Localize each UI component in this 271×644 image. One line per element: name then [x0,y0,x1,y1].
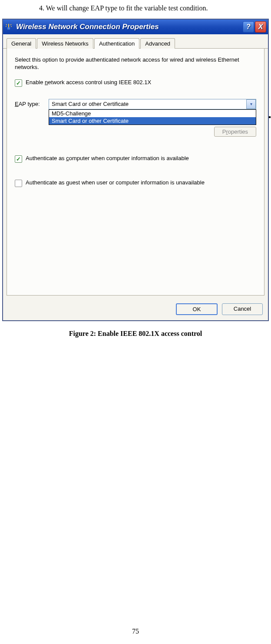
auth-as-guest-label: Authenticate as guest when user or compu… [26,179,205,186]
tab-wireless-networks[interactable]: Wireless Networks [37,38,93,49]
enable-8021x-checkbox[interactable] [15,79,22,87]
auth-as-guest-checkbox[interactable] [15,180,22,187]
figure-caption: Figure 2: Enable IEEE 802.1X access cont… [0,330,271,338]
panel-description: Select this option to provide authentica… [15,56,256,71]
svg-rect-0 [8,24,9,27]
dialog-window: Wireless Network Connection Properties ?… [2,19,269,321]
tab-general[interactable]: General [7,38,36,49]
eap-type-combobox[interactable]: Smart Card or other Certificate ▾ [49,99,256,109]
dropdown-item-md5[interactable]: MD5-Challenge [49,110,256,117]
tab-authentication[interactable]: Authentication [94,38,139,49]
auth-as-computer-label: Authenticate as computer when computer i… [26,155,189,161]
auth-as-computer-checkbox[interactable] [15,155,22,163]
eap-type-value: Smart Card or other Certificate [49,101,246,107]
wireless-icon [5,23,13,31]
window-title: Wireless Network Connection Properties [16,23,159,31]
titlebar[interactable]: Wireless Network Connection Properties ?… [3,20,268,34]
tab-strip: General Wireless Networks Authentication… [3,34,268,49]
ok-button[interactable]: OK [176,303,218,315]
authentication-panel: Select this option to provide authentica… [7,49,264,296]
enable-8021x-label: Enable network access control using IEEE… [26,79,151,85]
eap-type-dropdown: MD5-Challenge Smart Card or other Certif… [49,109,256,125]
properties-button[interactable]: Properties [214,127,256,137]
chevron-down-icon[interactable]: ▾ [246,99,256,109]
close-button[interactable]: X [255,21,266,33]
svg-rect-1 [7,27,10,30]
dialog-body: General Wireless Networks Authentication… [3,34,268,320]
eap-type-label: EAP type: [15,99,49,107]
dropdown-item-smartcard[interactable]: Smart Card or other Certificate [49,117,256,125]
tab-advanced[interactable]: Advanced [140,38,175,49]
help-button[interactable]: ? [243,21,254,33]
marker-dot [269,116,271,118]
cancel-button[interactable]: Cancel [222,303,263,315]
instruction-text: 4. We will change EAP type to fit the va… [0,0,271,12]
page-number: 75 [0,628,271,635]
